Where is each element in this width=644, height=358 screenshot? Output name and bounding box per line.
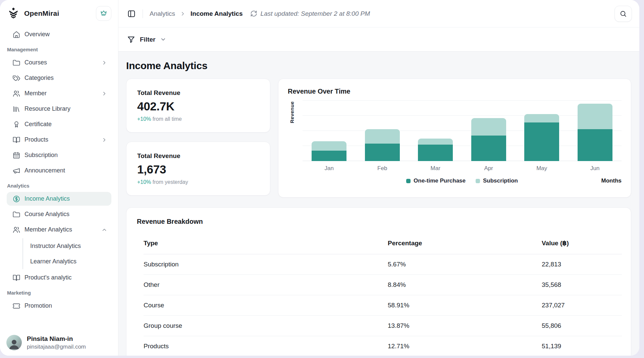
legend-subscription: Subscription — [476, 177, 518, 184]
cell-value: 51,139 — [542, 343, 622, 350]
total-revenue-card-yesterday: Total Revenue 1,673 +10% from yesterday — [126, 142, 270, 196]
sidebar-item-products-analytic[interactable]: Product's analytic — [7, 271, 111, 285]
legend-label: Subscription — [483, 177, 518, 184]
delta-note: from yesterday — [153, 179, 188, 185]
table-row[interactable]: Other 8.84% 35,568 — [144, 275, 622, 295]
sidebar-item-products[interactable]: Products — [7, 133, 111, 147]
bar-feb[interactable] — [365, 101, 400, 161]
x-tick: Jan — [303, 165, 356, 172]
cell-type: Subscription — [144, 261, 388, 268]
sidebar-subitem-instructor-analytics[interactable]: Instructor Analytics — [30, 238, 111, 254]
sidebar-item-member-analytics[interactable]: Member Analytics — [7, 223, 111, 237]
x-axis-labels: Jan Feb Mar Apr May Jun — [303, 165, 622, 172]
sidebar-item-categories[interactable]: Categories — [7, 71, 111, 85]
sidebar-item-certificate[interactable]: Certificate — [7, 117, 111, 131]
cell-percentage: 58.91% — [388, 302, 542, 309]
sidebar-item-income-analytics[interactable]: Income Analytics — [7, 192, 111, 206]
col-percentage: Percentage — [388, 240, 542, 247]
cell-value: 237,027 — [542, 302, 622, 309]
sidebar-item-label: Resource Library — [24, 105, 70, 112]
chevron-down-icon[interactable] — [160, 36, 166, 43]
sidebar-subitem-learner-analytics[interactable]: Learner Analytics — [30, 254, 111, 269]
chevron-right-icon — [101, 137, 107, 143]
bars — [303, 101, 622, 161]
bar-jan[interactable] — [312, 101, 346, 161]
table-row[interactable]: Products 12.71% 51,139 — [144, 336, 622, 356]
legend-swatch-light — [476, 179, 480, 183]
breadcrumb-chevron-icon — [180, 11, 186, 17]
dollar-circle-icon — [12, 195, 20, 203]
cell-percentage: 12.71% — [388, 343, 542, 350]
x-tick: Apr — [462, 165, 516, 172]
table-row[interactable]: Subscription 5.67% 22,813 — [144, 254, 622, 275]
filter-button[interactable]: Filter — [140, 36, 155, 43]
ticket-icon — [12, 302, 20, 310]
stat-cards-column: Total Revenue 402.7K +10% from all time … — [126, 79, 270, 198]
funnel-icon — [127, 36, 135, 44]
home-icon — [12, 31, 20, 39]
stat-delta: +10% from yesterday — [137, 179, 259, 185]
x-tick: Jun — [569, 165, 622, 172]
sidebar-item-course-analytics[interactable]: Course Analytics — [7, 207, 111, 221]
bar-jun[interactable] — [578, 101, 612, 161]
bar-may[interactable] — [524, 101, 559, 161]
sidebar-item-promotion[interactable]: Promotion — [7, 299, 111, 313]
award-icon — [12, 120, 20, 129]
breadcrumb-analytics[interactable]: Analytics — [150, 10, 175, 17]
bar-apr[interactable] — [471, 101, 506, 161]
sidebar-item-member[interactable]: Member — [7, 87, 111, 100]
sidebar-item-label: Income Analytics — [24, 195, 70, 202]
sidebar-toggle-button[interactable] — [127, 9, 136, 18]
cell-type: Other — [144, 281, 388, 289]
users-icon — [12, 90, 20, 98]
sidebar-item-courses[interactable]: Courses — [7, 56, 111, 69]
stat-value: 402.7K — [137, 100, 259, 113]
chevron-up-icon — [101, 227, 107, 233]
sidebar-item-overview[interactable]: Overview — [7, 28, 111, 41]
breadcrumb-income-analytics: Income Analytics — [191, 10, 243, 17]
refresh-icon[interactable] — [250, 10, 257, 17]
book-open-icon — [12, 136, 20, 144]
users-icon — [12, 226, 20, 234]
sidebar: OpenMirai Overview Management — [0, 0, 118, 356]
user-text: Pinsita Niam-in pinsitajaaa@gmail.com — [27, 335, 86, 350]
sidebar-section-analytics: Analytics — [7, 183, 111, 189]
x-tick: May — [515, 165, 569, 172]
filter-bar: Filter — [118, 28, 639, 52]
sidebar-item-label: Product's analytic — [24, 274, 72, 281]
y-axis-label: Revenue — [289, 101, 295, 123]
sidebar-item-announcement[interactable]: Announcement — [7, 164, 111, 177]
col-value: Value (฿) — [542, 239, 622, 247]
header-divider — [143, 9, 143, 18]
content-area: Income Analytics Total Revenue 402.7K +1… — [118, 52, 639, 356]
chart-title: Revenue Over Time — [288, 88, 622, 95]
brand-name: OpenMirai — [24, 9, 59, 17]
user-email: pinsitajaaa@gmail.com — [27, 344, 86, 350]
sidebar-item-label: Promotion — [24, 302, 52, 309]
bar-mar[interactable] — [418, 101, 453, 161]
sidebar-item-label: Categories — [24, 74, 54, 82]
sidebar-item-subscription[interactable]: Subscription — [7, 148, 111, 162]
revenue-breakdown-card: Revenue Breakdown Type Percentage Value … — [126, 207, 631, 356]
chevron-right-icon — [101, 60, 107, 66]
sidebar-item-resource-library[interactable]: Resource Library — [7, 102, 111, 116]
page-title: Income Analytics — [126, 60, 631, 71]
user-name: Pinsita Niam-in — [27, 335, 86, 343]
table-row[interactable]: Group course 13.87% 55,806 — [144, 316, 622, 336]
stat-label: Total Revenue — [137, 89, 259, 97]
legend-one-time-purchase: One-time Purchase — [406, 177, 466, 184]
sidebar-item-label: Subscription — [24, 152, 58, 159]
upgrade-crown-button[interactable] — [96, 6, 111, 21]
table-header-row: Type Percentage Value (฿) — [144, 232, 622, 254]
sidebar-item-label: Course Analytics — [24, 211, 69, 218]
breakdown-title: Revenue Breakdown — [137, 218, 622, 225]
breakdown-table: Type Percentage Value (฿) Subscription 5… — [144, 232, 622, 356]
table-row[interactable]: Course 58.91% 237,027 — [144, 295, 622, 316]
calendar-icon — [12, 151, 20, 159]
user-profile[interactable]: Pinsita Niam-in pinsitajaaa@gmail.com — [6, 335, 86, 350]
chart-plot — [303, 101, 622, 161]
cell-type: Products — [144, 343, 388, 350]
megaphone-icon — [12, 167, 20, 175]
stat-value: 1,673 — [137, 163, 259, 176]
search-button[interactable] — [614, 6, 632, 22]
